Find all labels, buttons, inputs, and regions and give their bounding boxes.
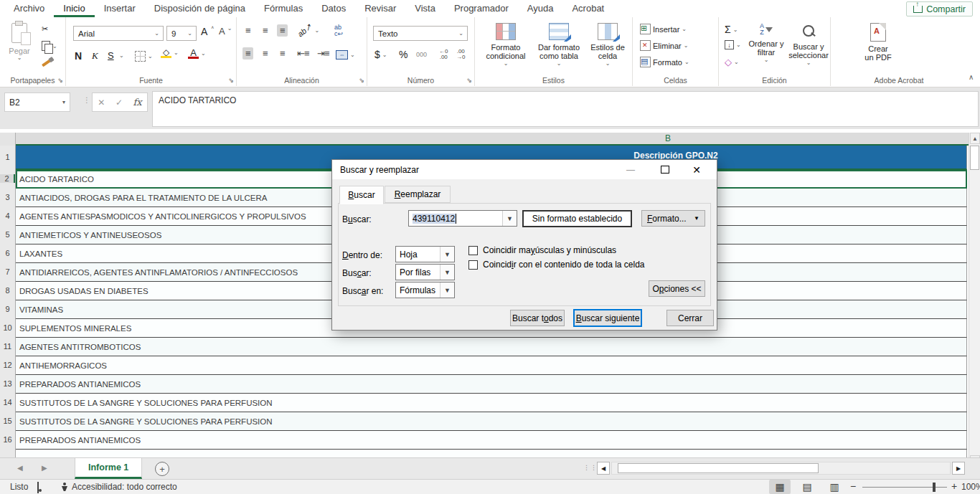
font-size-select[interactable]: 9⌄ [166, 26, 197, 41]
format-painter-button[interactable] [42, 59, 51, 62]
row-header[interactable]: 5 [0, 230, 15, 239]
scroll-left-icon[interactable]: ◀ [597, 462, 610, 475]
tab-insertar[interactable]: Insertar [95, 0, 145, 17]
fill-color-button[interactable]: ◇ ⌄ [161, 47, 179, 58]
find-all-button[interactable]: Buscar todos [510, 310, 565, 326]
normal-view-icon[interactable]: ▦ [769, 480, 791, 494]
row-header[interactable]: 16 [0, 435, 15, 444]
cell-B15[interactable]: SUSTITUTOS DE LA SANGRE Y SOLUCIONES PAR… [16, 412, 967, 431]
zoom-out-icon[interactable]: − [850, 480, 856, 492]
close-button[interactable]: Cerrar [666, 310, 714, 326]
search-order-select[interactable]: Por filas▼ [395, 264, 455, 280]
find-next-button[interactable]: Buscar siguiente [573, 309, 642, 327]
name-box[interactable]: B2 ▾ [4, 92, 70, 112]
cell-styles-button[interactable]: Estilos de celda⌄ [587, 23, 628, 67]
format-as-table-button[interactable]: Dar formato como tabla⌄ [534, 23, 584, 67]
tab-revisar[interactable]: Revisar [355, 0, 405, 17]
accessibility-icon[interactable] [60, 483, 69, 493]
tab-ayuda[interactable]: Ayuda [518, 0, 563, 17]
find-select-button[interactable]: Buscar y seleccionar⌄ [788, 23, 829, 67]
align-right-icon[interactable]: ≡ [277, 47, 288, 60]
sheet-next-icon[interactable]: ▶ [42, 464, 47, 472]
cancel-icon[interactable]: ✕ [98, 98, 105, 108]
tab-archivo[interactable]: Archivo [4, 0, 54, 17]
row-header[interactable]: 14 [0, 398, 15, 407]
underline-button[interactable]: S [108, 50, 114, 61]
clipboard-dialog-launcher[interactable]: ⇘ [57, 77, 63, 84]
alignment-dialog-launcher[interactable]: ⇘ [359, 77, 364, 84]
sort-filter-button[interactable]: AZ Ordenar y filtrar⌄ [746, 23, 786, 64]
dialog-tab-reemplazar[interactable]: Reemplazar [385, 186, 451, 203]
cell-B14[interactable]: SUSTITUTOS DE LA SANGRE Y SOLUCIONES PAR… [16, 394, 967, 412]
grow-font-button[interactable]: A＾ [201, 26, 215, 37]
close-icon[interactable]: ✕ [682, 160, 711, 179]
scroll-up-icon[interactable]: ▲ [970, 133, 980, 144]
insert-function-icon[interactable]: fx [133, 97, 142, 108]
wrap-text-button[interactable]: abc↩ [334, 24, 343, 37]
maximize-icon[interactable] [651, 160, 679, 179]
row-header[interactable]: 10 [0, 323, 15, 332]
tab-acrobat[interactable]: Acrobat [562, 0, 613, 17]
borders-button[interactable]: ⌄ [135, 51, 153, 62]
look-in-select[interactable]: Fórmulas▼ [395, 282, 455, 298]
cell-B13[interactable]: PREPARADOS ANTIANEMICOS [16, 375, 967, 394]
accessibility-status[interactable]: Accesibilidad: todo correcto [72, 482, 177, 492]
share-button[interactable]: Compartir [906, 1, 973, 16]
autosum-button[interactable]: Σ⌄ [725, 24, 738, 35]
tab-vista[interactable]: Vista [405, 0, 445, 17]
page-break-view-icon[interactable]: ▥ [824, 480, 845, 494]
number-format-select[interactable]: Texto⌄ [373, 26, 468, 41]
row-header[interactable]: 3 [0, 193, 15, 201]
row-header[interactable]: 15 [0, 417, 15, 425]
font-color-button[interactable]: A ⌄ [188, 47, 206, 59]
row-header[interactable]: 9 [0, 305, 15, 313]
increase-decimal-button[interactable]: ←0.00 [439, 49, 448, 60]
zoom-slider-thumb[interactable] [933, 483, 936, 492]
delete-cells-button[interactable]: Eliminar⌄ [640, 40, 688, 51]
macro-record-icon[interactable] [37, 483, 39, 493]
cell-B16[interactable]: PREPARADOS ANTIANEMICOS [16, 431, 967, 450]
column-header-B[interactable]: B [665, 133, 671, 143]
find-what-combobox[interactable]: 439110412 ▼ [408, 210, 517, 227]
tab-inicio[interactable]: Inicio [54, 0, 94, 17]
horizontal-scrollbar[interactable] [611, 462, 951, 475]
cell-B17-partial[interactable] [16, 450, 967, 457]
row-header[interactable]: 6 [0, 249, 15, 257]
enter-icon[interactable]: ✓ [116, 98, 123, 108]
create-pdf-button[interactable]: Crear un PDF [857, 23, 900, 62]
italic-button[interactable]: K [92, 50, 98, 62]
row-header[interactable]: 4 [0, 212, 15, 220]
bold-button[interactable]: N [75, 50, 82, 62]
tab-disposicion[interactable]: Disposición de página [145, 0, 255, 17]
number-dialog-launcher[interactable]: ⇘ [466, 77, 472, 84]
conditional-formatting-button[interactable]: Formato condicional⌄ [482, 23, 529, 67]
vertical-scroll-thumb[interactable] [970, 146, 979, 170]
font-name-select[interactable]: Arial⌄ [73, 26, 164, 41]
zoom-in-icon[interactable]: + [951, 480, 957, 492]
match-case-checkbox[interactable]: Coincidir mayúsculas y minúsculas [468, 245, 616, 255]
sheet-tab-informe1[interactable]: Informe 1 [75, 458, 142, 479]
row-header[interactable]: 7 [0, 267, 15, 276]
dialog-tab-buscar[interactable]: Buscar [339, 186, 384, 204]
horizontal-scroll-thumb[interactable] [618, 463, 819, 473]
percent-button[interactable]: % [399, 49, 407, 60]
row-header[interactable]: 12 [0, 361, 15, 369]
copy-button[interactable]: ⌄ [42, 41, 57, 51]
align-left-icon[interactable]: ≡ [242, 47, 253, 60]
paste-button[interactable]: Pegar ⌄ [3, 23, 36, 62]
cell-B11[interactable]: AGENTES ANTITROMBOTICOS [16, 338, 967, 356]
collapse-ribbon-button[interactable]: ∧ [969, 73, 974, 81]
comma-style-button[interactable]: 000 [416, 51, 427, 58]
decrease-indent-icon[interactable]: ⇤≡ [294, 47, 311, 60]
formula-bar-splitter[interactable]: ⋮ [83, 96, 91, 104]
page-layout-view-icon[interactable]: ▤ [796, 480, 818, 494]
row-header-selected[interactable]: 2 [0, 174, 15, 183]
tab-formulas[interactable]: Fórmulas [255, 0, 312, 17]
options-button[interactable]: Opciones << [649, 280, 705, 297]
zoom-level[interactable]: 100% [961, 482, 980, 492]
merge-center-button[interactable]: ⇔⌄ [336, 50, 355, 60]
match-entire-cell-checkbox[interactable]: Coincidir con el contenido de toda la ce… [468, 260, 645, 270]
formula-input[interactable]: ACIDO TARTARICO [152, 91, 979, 127]
underline-dropdown[interactable]: ⌄ [119, 52, 124, 59]
format-cells-button[interactable]: Formato⌄ [640, 57, 689, 67]
